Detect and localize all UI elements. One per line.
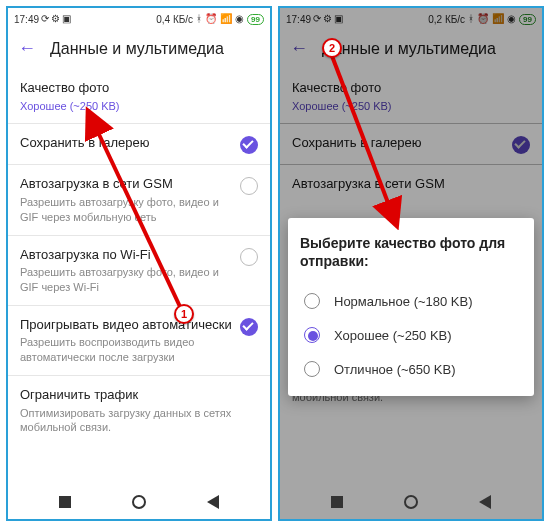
phone-left: 17:49 ⟳ ⚙ ▣ 0,4 КБ/с ᚼ ⏰ 📶 ◉ 99 ← Данные… xyxy=(6,6,272,521)
option-label: Нормальное (~180 KB) xyxy=(334,294,473,309)
dialog-option-2[interactable]: Отличное (~650 KB) xyxy=(300,352,522,386)
bluetooth-icon: ᚼ xyxy=(196,14,202,24)
row-photo-quality[interactable]: Качество фото Хорошее (~250 KB) xyxy=(8,69,270,123)
dialog-title: Выберите качество фото для отправки: xyxy=(300,234,522,270)
sync-icon: ⟳ xyxy=(41,14,49,24)
battery-icon: 99 xyxy=(247,14,264,25)
check-icon[interactable] xyxy=(240,136,258,154)
option-label: Отличное (~650 KB) xyxy=(334,362,456,377)
row-title: Сохранить в галерею xyxy=(20,134,232,152)
radio-selected-icon[interactable] xyxy=(304,327,320,343)
app-header: ← Данные и мультимедиа xyxy=(8,30,270,69)
row-autoload-wifi[interactable]: Автозагрузка по Wi-Fi Разрешить автозагр… xyxy=(8,236,270,305)
back-icon[interactable]: ← xyxy=(18,38,36,59)
backnav-icon[interactable] xyxy=(479,495,491,509)
dialog-option-1[interactable]: Хорошее (~250 KB) xyxy=(300,318,522,352)
row-sub: Хорошее (~250 KB) xyxy=(20,99,258,114)
home-icon[interactable] xyxy=(132,495,146,509)
row-limit-traffic[interactable]: Ограничить трафик Оптимизировать загрузк… xyxy=(8,376,270,445)
check-icon[interactable] xyxy=(240,318,258,336)
row-autoload-gsm[interactable]: Автозагрузка в сети GSM Разрешить автоза… xyxy=(8,165,270,234)
radio-empty-icon[interactable] xyxy=(240,177,258,195)
android-navbar xyxy=(280,485,542,519)
android-navbar xyxy=(8,485,270,519)
radio-empty-icon[interactable] xyxy=(240,248,258,266)
status-speed: 0,4 КБ/с xyxy=(156,14,193,25)
gear-icon: ⚙ xyxy=(51,14,60,24)
row-sub: Разрешить воспроизводить видео автоматич… xyxy=(20,335,232,365)
row-sub: Разрешить автозагрузку фото, видео и GIF… xyxy=(20,195,232,225)
row-title: Автозагрузка по Wi-Fi xyxy=(20,246,232,264)
photo-quality-dialog: Выберите качество фото для отправки: Нор… xyxy=(288,218,534,396)
row-title: Ограничить трафик xyxy=(20,386,258,404)
row-title: Качество фото xyxy=(20,79,258,97)
cast-icon: ▣ xyxy=(62,14,71,24)
alarm-icon: ⏰ xyxy=(205,14,217,24)
signal-icon: 📶 xyxy=(220,14,232,24)
overview-icon[interactable] xyxy=(331,496,343,508)
status-time: 17:49 xyxy=(14,14,39,25)
radio-icon[interactable] xyxy=(304,361,320,377)
overview-icon[interactable] xyxy=(59,496,71,508)
row-sub: Разрешить автозагрузку фото, видео и GIF… xyxy=(20,265,232,295)
row-save-gallery[interactable]: Сохранить в галерею xyxy=(8,124,270,164)
home-icon[interactable] xyxy=(404,495,418,509)
dialog-option-0[interactable]: Нормальное (~180 KB) xyxy=(300,284,522,318)
row-autoplay[interactable]: Проигрывать видео автоматически Разрешит… xyxy=(8,306,270,375)
phone-right: 17:49 ⟳ ⚙ ▣ 0,2 КБ/с ᚼ ⏰ 📶 ◉ 99 ← Данные… xyxy=(278,6,544,521)
row-sub: Оптимизировать загрузку данных в сетях м… xyxy=(20,406,258,436)
backnav-icon[interactable] xyxy=(207,495,219,509)
page-title: Данные и мультимедиа xyxy=(50,40,224,58)
option-label: Хорошее (~250 KB) xyxy=(334,328,452,343)
row-title: Проигрывать видео автоматически xyxy=(20,316,232,334)
wifi-icon: ◉ xyxy=(235,14,244,24)
radio-icon[interactable] xyxy=(304,293,320,309)
status-bar: 17:49 ⟳ ⚙ ▣ 0,4 КБ/с ᚼ ⏰ 📶 ◉ 99 xyxy=(8,8,270,30)
row-title: Автозагрузка в сети GSM xyxy=(20,175,232,193)
